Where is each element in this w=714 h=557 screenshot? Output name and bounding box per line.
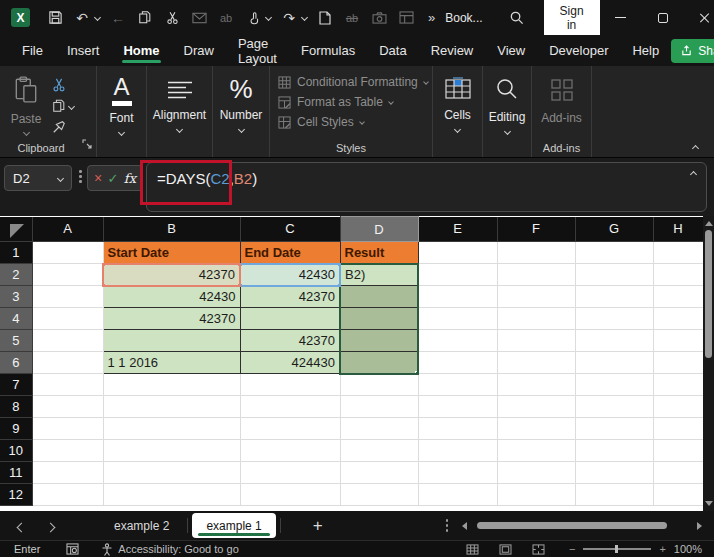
format-painter-button[interactable] bbox=[52, 120, 74, 134]
collapse-formula-bar-icon[interactable] bbox=[690, 171, 697, 178]
collapse-ribbon-icon[interactable] bbox=[692, 145, 699, 152]
name-box[interactable]: D2 bbox=[4, 165, 72, 191]
sheet-tab-example-1-active[interactable]: example 1 bbox=[192, 513, 275, 538]
insert-function-icon[interactable]: fx bbox=[124, 171, 136, 186]
row-header-7[interactable]: 7 bbox=[0, 374, 32, 396]
tab-developer[interactable]: Developer bbox=[537, 35, 620, 66]
share-button[interactable]: Share bbox=[671, 39, 714, 63]
cell-D6[interactable] bbox=[340, 352, 418, 374]
scroll-left-icon[interactable] bbox=[462, 522, 467, 530]
cell-A3[interactable] bbox=[32, 286, 103, 308]
tab-home[interactable]: Home bbox=[111, 35, 171, 66]
page-break-preview-icon[interactable] bbox=[532, 544, 545, 555]
tab-formulas[interactable]: Formulas bbox=[289, 35, 367, 66]
cell-D1[interactable]: Result bbox=[340, 242, 418, 264]
undo-icon[interactable]: ↶ bbox=[73, 9, 91, 27]
number-button[interactable]: % Number bbox=[213, 66, 269, 144]
cell-D5[interactable] bbox=[340, 330, 418, 352]
redo-menu-chevron-icon[interactable] bbox=[301, 14, 308, 21]
vertical-scrollbar[interactable] bbox=[703, 216, 714, 511]
cell-B3[interactable]: 42430 bbox=[103, 286, 240, 308]
row-header-2[interactable]: 2 bbox=[0, 264, 32, 286]
sign-in-button[interactable]: Sign in bbox=[544, 0, 600, 37]
cell-A6[interactable] bbox=[32, 352, 103, 374]
cell-C1[interactable]: End Date bbox=[240, 242, 340, 264]
conditional-formatting-button[interactable]: Conditional Formatting bbox=[278, 75, 432, 89]
tab-page-layout[interactable]: Page Layout bbox=[226, 35, 289, 66]
touch-menu-chevron-icon[interactable] bbox=[265, 14, 272, 21]
macro-record-icon[interactable] bbox=[66, 543, 79, 555]
horizontal-scrollbar[interactable] bbox=[462, 521, 702, 530]
copy-button[interactable] bbox=[52, 99, 74, 113]
column-header-f[interactable]: F bbox=[497, 217, 575, 242]
zoom-slider-thumb[interactable] bbox=[615, 545, 618, 553]
cell-D3[interactable] bbox=[340, 286, 418, 308]
cell-B2[interactable]: 42370 bbox=[103, 264, 240, 286]
zoom-out-button[interactable]: − bbox=[569, 543, 575, 555]
tab-file[interactable]: File bbox=[10, 35, 55, 66]
scroll-up-icon[interactable] bbox=[705, 221, 713, 226]
row-header-3[interactable]: 3 bbox=[0, 286, 32, 308]
format-as-table-button[interactable]: Format as Table bbox=[278, 95, 432, 109]
cell-B5[interactable] bbox=[103, 330, 240, 352]
alignment-button[interactable]: Alignment bbox=[147, 66, 212, 144]
column-header-a[interactable]: A bbox=[32, 217, 103, 242]
enter-icon[interactable]: ✓ bbox=[108, 171, 119, 186]
cell-C5[interactable]: 42370 bbox=[240, 330, 340, 352]
cells-button[interactable]: Cells bbox=[433, 66, 482, 144]
font-button[interactable]: A Font bbox=[97, 66, 146, 144]
cell-C6[interactable]: 424430 bbox=[240, 352, 340, 374]
page-layout-view-icon[interactable] bbox=[499, 544, 512, 555]
row-header-11[interactable]: 11 bbox=[0, 462, 32, 484]
tab-insert[interactable]: Insert bbox=[55, 35, 112, 66]
cell-styles-button[interactable]: Cell Styles bbox=[278, 115, 432, 129]
row-header-4[interactable]: 4 bbox=[0, 308, 32, 330]
row-header-8[interactable]: 8 bbox=[0, 396, 32, 418]
row-header-1[interactable]: 1 bbox=[0, 242, 32, 264]
column-header-d[interactable]: D bbox=[340, 217, 418, 242]
row-header-10[interactable]: 10 bbox=[0, 440, 32, 462]
tab-help[interactable]: Help bbox=[620, 35, 671, 66]
add-sheet-button[interactable]: + bbox=[313, 516, 323, 536]
scroll-right-icon[interactable] bbox=[697, 522, 702, 530]
copy-icon[interactable] bbox=[136, 9, 154, 27]
touch-mode-icon[interactable] bbox=[244, 9, 262, 27]
vertical-scrollbar-thumb[interactable] bbox=[705, 230, 712, 358]
accessibility-status[interactable]: Accessibility: Good to go bbox=[101, 543, 238, 556]
new-document-icon[interactable] bbox=[316, 9, 334, 27]
tab-review[interactable]: Review bbox=[419, 35, 486, 66]
column-header-c[interactable]: C bbox=[240, 217, 340, 242]
qat-overflow-icon[interactable]: » bbox=[428, 10, 435, 25]
sheet-nav-left-icon[interactable] bbox=[18, 517, 25, 535]
redo-icon[interactable]: ↷ bbox=[280, 9, 298, 27]
cell-D4[interactable] bbox=[340, 308, 418, 330]
sheet-nav-right-icon[interactable] bbox=[47, 517, 54, 535]
tab-data[interactable]: Data bbox=[367, 35, 418, 66]
zoom-slider[interactable] bbox=[583, 548, 651, 549]
zoom-in-button[interactable]: + bbox=[659, 543, 665, 555]
search-icon[interactable] bbox=[509, 9, 524, 27]
row-header-9[interactable]: 9 bbox=[0, 418, 32, 440]
cell-B1[interactable]: Start Date bbox=[103, 242, 240, 264]
fill-handle[interactable] bbox=[415, 371, 418, 374]
cell-C2[interactable]: 42430 bbox=[240, 264, 340, 286]
tab-view[interactable]: View bbox=[485, 35, 537, 66]
minimize-button[interactable] bbox=[600, 0, 642, 35]
row-header-12[interactable]: 12 bbox=[0, 484, 32, 506]
cell-A4[interactable] bbox=[32, 308, 103, 330]
cancel-icon[interactable]: × bbox=[94, 170, 102, 186]
column-header-g[interactable]: G bbox=[575, 217, 653, 242]
cell-D2-editing[interactable]: B2) bbox=[340, 264, 418, 286]
sheet-bar-options-dots[interactable] bbox=[446, 519, 449, 532]
column-header-b[interactable]: B bbox=[103, 217, 240, 242]
column-header-h[interactable]: H bbox=[653, 217, 703, 242]
close-button[interactable] bbox=[684, 0, 714, 35]
editing-button[interactable]: Editing bbox=[483, 66, 531, 144]
tab-draw[interactable]: Draw bbox=[172, 35, 226, 66]
row-header-6[interactable]: 6 bbox=[0, 352, 32, 374]
select-all-corner[interactable] bbox=[0, 217, 32, 242]
maximize-button[interactable] bbox=[642, 0, 684, 35]
cell-C4[interactable] bbox=[240, 308, 340, 330]
cut-button[interactable] bbox=[52, 78, 74, 92]
save-icon[interactable] bbox=[46, 9, 64, 27]
